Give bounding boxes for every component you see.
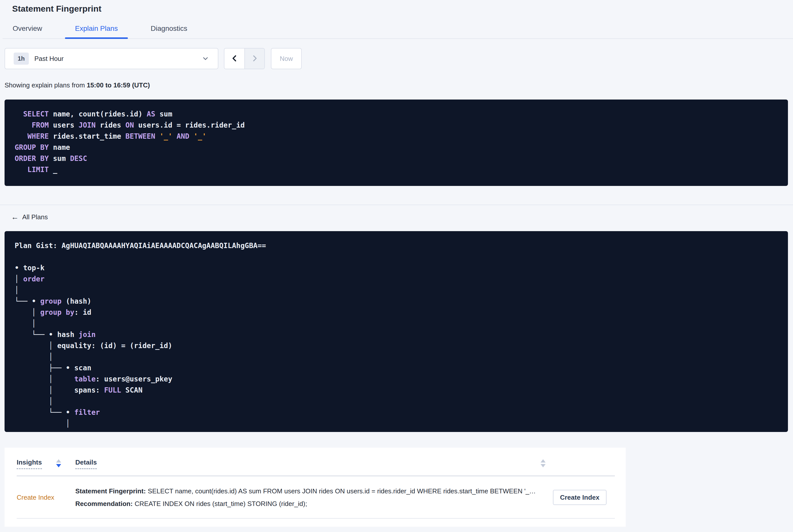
- page-title: Statement Fingerprint: [12, 3, 793, 14]
- plan-gist-box: Plan Gist: AgHUAQIABQAAAAHYAQIAiAEAAAADC…: [4, 231, 788, 432]
- plan-gist-value: AgHUAQIABQAAAAHYAQIAiAEAAAADCQACAgAABQIL…: [61, 242, 266, 250]
- time-range-label: Past Hour: [34, 55, 64, 63]
- prev-time-button[interactable]: [224, 49, 244, 69]
- tab-overview[interactable]: Overview: [2, 25, 52, 38]
- recommendation-text: CREATE INDEX ON rides (start_time) STORI…: [135, 500, 307, 508]
- chevron-left-icon: [230, 54, 239, 63]
- recommendation-label: Recommendation:: [75, 500, 133, 508]
- plan-gist-label: Plan Gist:: [15, 242, 61, 250]
- chevron-down-icon: [202, 55, 209, 62]
- plan-tree: • top-k│ order│└── • group (hash) │ grou…: [15, 263, 778, 429]
- tab-explain-plans[interactable]: Explain Plans: [65, 25, 128, 38]
- insights-table: Insights Details Create Index Statement …: [4, 448, 626, 527]
- insight-type-label: Create Index: [17, 494, 75, 501]
- time-picker-row: 1h Past Hour Now: [4, 48, 793, 69]
- table-row: Create Index Statement Fingerprint:SELEC…: [17, 476, 615, 519]
- details-column-label: Details: [75, 459, 97, 469]
- fingerprint-text: SELECT name, count(rides.id) AS sum FROM…: [148, 487, 536, 495]
- time-range-badge: 1h: [14, 53, 29, 65]
- time-pager: [224, 48, 265, 69]
- sort-asc-triangle: [541, 459, 546, 462]
- insight-details: Statement Fingerprint:SELECT name, count…: [75, 485, 547, 510]
- chevron-right-icon: [250, 54, 259, 63]
- sort-icon[interactable]: [541, 459, 546, 467]
- all-plans-label: All Plans: [22, 213, 48, 221]
- sort-icon[interactable]: [56, 459, 61, 467]
- create-index-button[interactable]: Create Index: [553, 490, 606, 505]
- sort-desc-triangle: [56, 464, 61, 467]
- recommendation-line: Recommendation:CREATE INDEX ON rides (st…: [75, 497, 547, 510]
- insights-table-header: Insights Details: [17, 459, 615, 476]
- plan-gist: Plan Gist: AgHUAQIABQAAAAHYAQIAiAEAAAADC…: [15, 240, 778, 251]
- sort-desc-triangle: [541, 464, 546, 467]
- statement-fingerprint-line: Statement Fingerprint:SELECT name, count…: [75, 485, 547, 497]
- all-plans-link[interactable]: ← All Plans: [11, 213, 48, 221]
- now-button[interactable]: Now: [271, 48, 302, 69]
- fingerprint-label: Statement Fingerprint:: [75, 487, 146, 495]
- summary-time-range: 15:00 to 16:59 (UTC): [87, 81, 150, 89]
- back-arrow-icon: ←: [11, 213, 19, 221]
- tab-bar: Overview Explain Plans Diagnostics: [2, 25, 793, 39]
- column-header-insights[interactable]: Insights: [17, 459, 75, 469]
- section-divider: [0, 205, 793, 205]
- sort-asc-triangle: [56, 459, 61, 462]
- column-header-details[interactable]: Details: [75, 459, 615, 469]
- insights-column-label: Insights: [17, 459, 42, 469]
- tab-diagnostics[interactable]: Diagnostics: [140, 25, 197, 38]
- summary-prefix: Showing explain plans from: [4, 81, 87, 89]
- sql-statement-box: SELECT name, count(rides.id) AS sum FROM…: [4, 99, 788, 186]
- next-time-button[interactable]: [244, 49, 264, 69]
- explain-plans-summary: Showing explain plans from 15:00 to 16:5…: [4, 81, 793, 89]
- time-range-select[interactable]: 1h Past Hour: [4, 48, 218, 69]
